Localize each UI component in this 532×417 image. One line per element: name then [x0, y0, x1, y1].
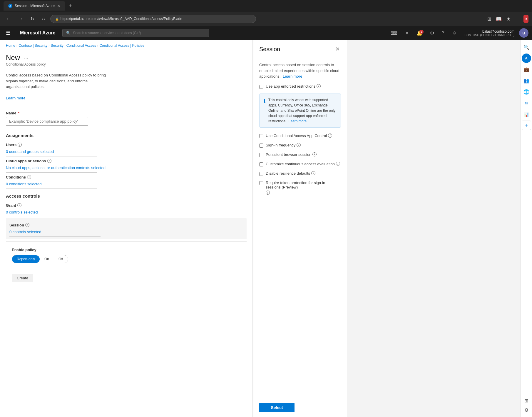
select-button[interactable]: Select	[259, 403, 295, 412]
rail-layout-icon[interactable]: ⊞	[522, 396, 531, 405]
search-icon: 🔍	[66, 31, 71, 35]
help-button[interactable]: ?	[439, 29, 447, 37]
browser-nav: ← → ↻ ⌂ 🔒 https://portal.azure.com/#view…	[0, 12, 532, 26]
continuous-access-label: Customize continuous access evaluation i	[266, 162, 340, 166]
token-protection-checkbox[interactable]	[259, 181, 263, 185]
cloud-apps-info-icon[interactable]: i	[47, 159, 51, 163]
left-panel: Home › Contoso | Security › Security | C…	[0, 40, 253, 417]
cloud-apps-value[interactable]: No cloud apps, actions, or authenticatio…	[6, 164, 247, 172]
users-info-icon[interactable]: i	[18, 143, 22, 147]
ca-app-control-checkbox[interactable]	[259, 134, 263, 138]
back-button[interactable]: ←	[4, 15, 13, 23]
forward-button[interactable]: →	[16, 15, 25, 23]
session-value[interactable]: 0 controls selected	[9, 228, 243, 236]
toggle-report-only[interactable]: Report-only	[12, 255, 40, 263]
checkbox-item-persistent-browser: Persistent browser session i	[259, 152, 341, 157]
app-enforced-info-icon[interactable]: i	[317, 84, 321, 88]
home-button[interactable]: ⌂	[40, 15, 47, 23]
azure-search-bar[interactable]: 🔍	[62, 29, 209, 37]
rail-settings-icon[interactable]: ⚙	[522, 405, 531, 415]
rail-search-icon[interactable]: 🔍	[522, 42, 531, 52]
browser-menu-button[interactable]: …	[514, 15, 521, 23]
description-text: Control access based on Conditional Acce…	[6, 73, 106, 89]
users-value[interactable]: 0 users and groups selected	[6, 148, 247, 156]
token-protection-info-icon[interactable]: i	[266, 191, 270, 195]
conditions-value[interactable]: 0 conditions selected	[6, 181, 247, 189]
hamburger-menu-button[interactable]: ☰	[4, 29, 13, 37]
session-learn-more-link[interactable]: Learn more	[283, 74, 302, 79]
azure-topbar: ☰ Microsoft Azure 🔍 ⌨ ✦ 🔔 1 ⚙ ? ☺ balas@…	[0, 26, 532, 40]
browser-tab[interactable]: A Session - Microsoft Azure ✕	[4, 1, 65, 11]
lock-icon: 🔒	[55, 17, 59, 21]
settings-button[interactable]: ⚙	[428, 29, 436, 37]
app-enforced-label: Use app enforced restrictions i	[266, 84, 321, 89]
persistent-browser-info-icon[interactable]: i	[312, 152, 317, 156]
sign-in-freq-checkbox[interactable]	[259, 144, 263, 148]
info-box: ℹ This control only works with supported…	[259, 94, 341, 128]
session-info-icon[interactable]: i	[25, 223, 29, 227]
page-title: New	[6, 54, 20, 62]
cloud-shell-button[interactable]: ⌨	[388, 29, 400, 37]
rail-users-icon[interactable]: 👥	[522, 76, 531, 85]
disable-resilience-info-icon[interactable]: i	[311, 171, 315, 175]
cloud-apps-label-row: Cloud apps or actions i	[6, 156, 247, 164]
main-layout: Home › Contoso | Security › Security | C…	[0, 40, 532, 417]
browser-sidebar-button[interactable]: 📖	[495, 15, 503, 23]
tab-close-button[interactable]: ✕	[57, 4, 61, 8]
rail-teams-icon[interactable]: 📊	[522, 109, 531, 119]
breadcrumb-conditional-access[interactable]: Security | Conditional Access	[51, 44, 96, 48]
rail-azure-icon[interactable]: A	[522, 54, 531, 63]
policy-name-input[interactable]	[6, 117, 88, 126]
users-field-group: Users i 0 users and groups selected	[6, 140, 247, 156]
favorites-button[interactable]: ★	[505, 15, 512, 23]
continuous-access-info-icon[interactable]: i	[336, 162, 340, 166]
persistent-browser-checkbox[interactable]	[259, 153, 263, 157]
learn-more-link[interactable]: Learn more	[6, 96, 25, 100]
page-description: Control access based on Conditional Acce…	[0, 70, 118, 106]
create-section: Create	[6, 269, 247, 287]
azure-logo: Microsoft Azure	[16, 30, 59, 36]
rail-globe-icon[interactable]: 🌐	[522, 87, 531, 96]
feedback-button[interactable]: ☺	[450, 29, 459, 37]
bing-chat-button[interactable]: B	[523, 15, 528, 23]
cloud-apps-field-group: Cloud apps or actions i No cloud apps, a…	[6, 156, 247, 173]
page-subtitle: Conditional Access policy	[6, 62, 247, 66]
search-input[interactable]	[73, 31, 205, 35]
grant-value[interactable]: 0 controls selected	[6, 209, 247, 217]
breadcrumb-sep-3: ›	[97, 44, 98, 47]
more-options-button[interactable]: ...	[22, 54, 30, 61]
disable-resilience-checkbox[interactable]	[259, 172, 263, 176]
info-box-icon: ℹ	[264, 98, 265, 124]
rail-bag-icon[interactable]: 💼	[522, 65, 531, 74]
checkbox-item-continuous-access: Customize continuous access evaluation i	[259, 162, 341, 166]
app-enforced-checkbox[interactable]	[259, 85, 263, 89]
toggle-on[interactable]: On	[40, 255, 54, 263]
conditions-label-row: Conditions i	[6, 173, 247, 181]
info-box-learn-more-link[interactable]: Learn more	[289, 119, 307, 123]
enable-policy-label: Enable policy	[12, 248, 241, 252]
ca-app-control-info-icon[interactable]: i	[328, 134, 332, 138]
azure-logo-text: Microsoft Azure	[20, 30, 55, 35]
notifications-button[interactable]: 🔔 1	[414, 29, 425, 37]
address-bar[interactable]: 🔒 https://portal.azure.com/#view/Microso…	[50, 15, 256, 23]
conditions-info-icon[interactable]: i	[27, 175, 31, 179]
new-tab-button[interactable]: +	[69, 3, 72, 9]
user-avatar[interactable]: B	[519, 28, 528, 38]
form-content: Name * Assignments Users i 0 users and g…	[0, 106, 252, 292]
breadcrumb-home[interactable]: Home	[6, 44, 15, 48]
rail-add-icon[interactable]: +	[522, 121, 531, 130]
sign-in-freq-info-icon[interactable]: i	[297, 143, 301, 147]
right-rail: 🔍 A 💼 👥 🌐 ✉ 📊 + ⊞ ⚙	[520, 40, 532, 417]
rail-outlook-icon[interactable]: ✉	[522, 98, 531, 108]
breadcrumb-policies[interactable]: Conditional Access | Policies	[99, 44, 144, 48]
create-button[interactable]: Create	[12, 274, 33, 282]
session-panel-close-button[interactable]: ✕	[334, 45, 341, 54]
copilot-button[interactable]: ✦	[403, 29, 411, 37]
continuous-access-checkbox[interactable]	[259, 162, 263, 166]
policy-toggle-group[interactable]: Report-only On Off	[12, 255, 68, 263]
refresh-button[interactable]: ↻	[28, 15, 37, 23]
breadcrumb-security[interactable]: Contoso | Security	[19, 44, 47, 48]
grant-info-icon[interactable]: i	[17, 203, 21, 207]
toggle-off[interactable]: Off	[54, 255, 68, 263]
extensions-button[interactable]: ⊞	[486, 15, 492, 23]
